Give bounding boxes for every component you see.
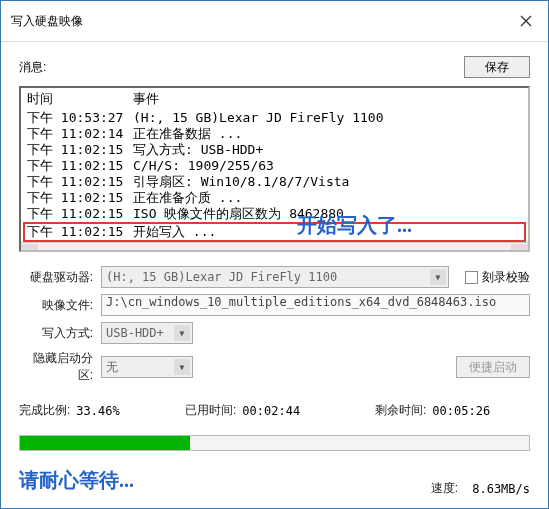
image-file-field[interactable]: J:\cn_windows_10_multiple_editions_x64_d… xyxy=(101,294,530,316)
chevron-down-icon: ▼ xyxy=(174,325,190,341)
log-row[interactable]: 下午 11:02:15写入方式: USB-HDD+ xyxy=(27,142,522,158)
window-title: 写入硬盘映像 xyxy=(11,13,83,30)
log-row[interactable]: 下午 11:02:15引导扇区: Win10/8.1/8/7/Vista xyxy=(27,174,522,190)
image-row: 映像文件: J:\cn_windows_10_multiple_editions… xyxy=(19,294,530,316)
close-icon xyxy=(520,15,532,27)
annotation-start-writing: 开始写入了... xyxy=(297,212,412,239)
message-header-row: 消息: 保存 xyxy=(19,56,530,78)
log-row[interactable]: 下午 11:02:15开始写入 ... xyxy=(23,222,526,242)
log-rows: 下午 10:53:27(H:, 15 GB)Lexar JD FireFly 1… xyxy=(21,110,528,242)
titlebar: 写入硬盘映像 xyxy=(1,1,548,42)
progress-fill xyxy=(20,436,190,450)
speed-row: 速度: 8.63MB/s xyxy=(19,480,530,497)
log-row[interactable]: 下午 11:02:14正在准备数据 ... xyxy=(27,126,522,142)
close-button[interactable] xyxy=(504,7,548,35)
log-row[interactable]: 下午 10:53:27(H:, 15 GB)Lexar JD FireFly 1… xyxy=(27,110,522,126)
messages-label: 消息: xyxy=(19,59,46,76)
percent-value: 33.46% xyxy=(76,404,119,418)
scroll-right-icon[interactable]: ► xyxy=(511,244,528,253)
chevron-down-icon: ▼ xyxy=(430,269,446,285)
log-row[interactable]: 下午 11:02:15ISO 映像文件的扇区数为 8462880 xyxy=(27,206,522,222)
col-header-event: 事件 xyxy=(133,90,522,108)
elapsed-value: 00:02:44 xyxy=(242,404,300,418)
hidden-partition-dropdown[interactable]: 无 ▼ xyxy=(101,356,193,378)
writemode-row: 写入方式: USB-HDD+ ▼ xyxy=(19,322,530,344)
write-mode-label: 写入方式: xyxy=(19,325,93,342)
speed-value: 8.63MB/s xyxy=(472,482,530,496)
hidden-value: 无 xyxy=(106,359,118,376)
scroll-left-icon[interactable]: ◄ xyxy=(21,244,38,253)
remain-label: 剩余时间: xyxy=(375,402,426,419)
content-area: 消息: 保存 时间 事件 下午 10:53:27(H:, 15 GB)Lexar… xyxy=(1,42,548,509)
percent-label: 完成比例: xyxy=(19,402,70,419)
write-mode-value: USB-HDD+ xyxy=(106,326,164,340)
form-area: 硬盘驱动器: (H:, 15 GB)Lexar JD FireFly 1100 … xyxy=(19,266,530,384)
verify-checkbox-wrap[interactable]: 刻录校验 xyxy=(465,269,530,286)
log-header: 时间 事件 xyxy=(21,88,528,110)
log-row[interactable]: 下午 11:02:15正在准备介质 ... xyxy=(27,190,522,206)
chevron-down-icon: ▼ xyxy=(174,359,190,375)
hidden-row: 隐藏启动分区: 无 ▼ 便捷启动 xyxy=(19,350,530,384)
drive-value: (H:, 15 GB)Lexar JD FireFly 1100 xyxy=(106,270,337,284)
write-mode-dropdown[interactable]: USB-HDD+ ▼ xyxy=(101,322,193,344)
drive-dropdown[interactable]: (H:, 15 GB)Lexar JD FireFly 1100 ▼ xyxy=(101,266,449,288)
remain-value: 00:05:26 xyxy=(432,404,490,418)
image-label: 映像文件: xyxy=(19,297,93,314)
verify-checkbox[interactable] xyxy=(465,271,478,284)
drive-row: 硬盘驱动器: (H:, 15 GB)Lexar JD FireFly 1100 … xyxy=(19,266,530,288)
hidden-partition-label: 隐藏启动分区: xyxy=(19,350,93,384)
portable-boot-button[interactable]: 便捷启动 xyxy=(456,356,530,378)
log-listbox[interactable]: 时间 事件 下午 10:53:27(H:, 15 GB)Lexar JD Fir… xyxy=(19,86,530,252)
log-row[interactable]: 下午 11:02:15C/H/S: 1909/255/63 xyxy=(27,158,522,174)
drive-label: 硬盘驱动器: xyxy=(19,269,93,286)
stats-row: 完成比例: 33.46% 已用时间: 00:02:44 剩余时间: 00:05:… xyxy=(19,402,530,419)
speed-label: 速度: xyxy=(431,480,458,497)
elapsed-label: 已用时间: xyxy=(185,402,236,419)
save-button[interactable]: 保存 xyxy=(464,56,530,78)
progress-bar xyxy=(19,435,530,451)
horizontal-scrollbar[interactable]: ◄ ► xyxy=(21,242,528,252)
col-header-time: 时间 xyxy=(27,90,133,108)
dialog-window: 写入硬盘映像 消息: 保存 时间 事件 下午 10:53:27(H:, 15 G… xyxy=(0,0,549,509)
verify-label: 刻录校验 xyxy=(482,269,530,286)
